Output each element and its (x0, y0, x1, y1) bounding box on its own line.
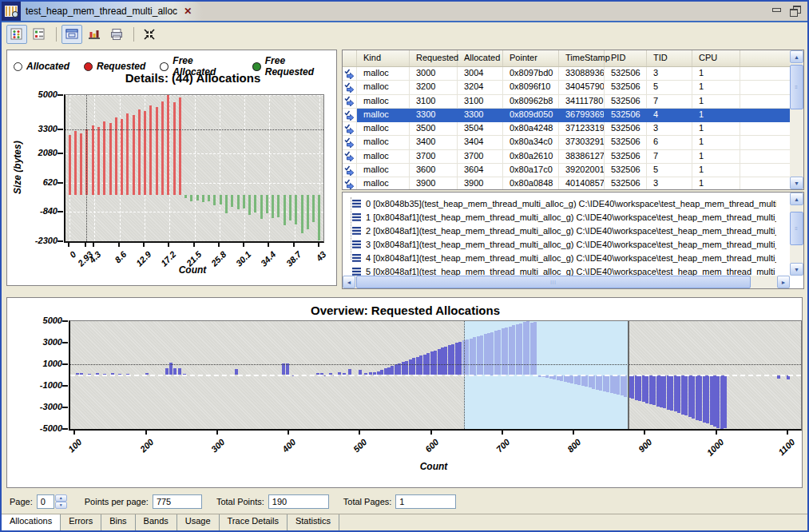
points-per-page-input[interactable] (153, 494, 202, 509)
layout-grid-button[interactable] (6, 25, 27, 44)
trace-list-item[interactable]: 3 [0x8048af1](test_heap_mem_thread_multi… (343, 237, 776, 251)
table-vertical-scrollbar[interactable]: ▲ ≡ ▼ (790, 50, 803, 189)
tab-bands[interactable]: Bands (135, 514, 177, 531)
details-y-axis-label: Size (bytes) (12, 94, 23, 240)
allocation-bar (109, 123, 112, 195)
allocation-bar (307, 195, 309, 229)
table-cell-requested: 3400 (410, 136, 458, 149)
tab-statistics[interactable]: Statistics (287, 514, 339, 531)
allocation-bar (248, 195, 251, 215)
table-cell-allocated: 3004 (458, 67, 503, 81)
page-input[interactable] (37, 494, 54, 509)
allocation-bar (69, 135, 71, 195)
column-header-kind[interactable]: Kind (357, 50, 410, 66)
table-row[interactable]: malloc330033000x809d0503679936953250641 (343, 109, 790, 122)
y-tick-label: -2300 (21, 236, 58, 245)
layout-list-button[interactable] (29, 25, 50, 44)
table-cell-cpu: 1 (692, 164, 740, 177)
tab-trace-details[interactable]: Trace Details (219, 514, 288, 531)
tab-bins[interactable]: Bins (101, 514, 135, 531)
table-row[interactable]: malloc340034040x80a34c03730329153250661 (343, 136, 790, 149)
allocation-bar (97, 127, 100, 195)
column-header-tid[interactable]: TID (647, 50, 692, 66)
table-cell-pointer: 0x80a0848 (503, 177, 559, 189)
table-cell-filler (740, 81, 790, 94)
editor-tab[interactable]: test_heap_mem_thread_multi_alloc ✕ (2, 2, 203, 21)
table-cell-filler (740, 122, 790, 136)
trace-list-panel: 0 [0x8048b35](test_heap_mem_thread_multi… (342, 192, 804, 289)
trace-list-item[interactable]: 0 [0x8048b35](test_heap_mem_thread_multi… (343, 197, 776, 210)
column-header-cpu[interactable]: CPU (692, 50, 740, 66)
print-button[interactable] (106, 25, 127, 44)
trace-vertical-scrollbar[interactable]: ▲ ≡ ▼ (790, 193, 803, 276)
table-row[interactable]: malloc350035040x80a42483712331953250631 (343, 122, 790, 136)
allocation-bar (318, 195, 320, 240)
column-header-requested[interactable]: Requested (410, 50, 458, 66)
trace-list-item[interactable]: 5 [0x8048af1](test_heap_mem_thread_multi… (343, 264, 776, 276)
y-tick-label: -3000 (26, 402, 62, 411)
restore-icon[interactable] (790, 6, 801, 15)
table-row[interactable]: malloc370037000x80a26103838612753250671 (343, 150, 790, 164)
minimize-icon[interactable] (771, 6, 782, 14)
table-cell-tid: 7 (647, 150, 692, 164)
overview-bar (560, 375, 563, 382)
scroll-down-icon[interactable]: ▼ (790, 177, 803, 189)
overview-bar (663, 375, 666, 409)
details-plot-area[interactable] (64, 94, 324, 243)
table-cell-requested: 3100 (410, 95, 458, 109)
scroll-down-icon[interactable]: ▼ (790, 263, 803, 276)
spin-down-icon[interactable]: ▼ (55, 502, 67, 509)
column-header-timestamp[interactable]: TimeStamp (559, 50, 605, 66)
overview-bar (638, 375, 641, 401)
scroll-right-icon[interactable]: ► (777, 276, 790, 288)
table-cell-timestamp: 39202001 (559, 164, 605, 177)
table-row[interactable]: malloc390039000x80a08484014085753250631 (343, 177, 790, 189)
overview-bar (567, 375, 570, 383)
allocation-bar (92, 125, 94, 196)
column-header-allocated[interactable]: Allocated (458, 50, 503, 66)
trace-vscroll-thumb[interactable]: ≡ (790, 212, 803, 245)
overview-bar (624, 375, 627, 397)
overview-bar (502, 328, 505, 375)
overview-bar (526, 321, 529, 375)
title-bar: test_heap_mem_thread_multi_alloc ✕ (2, 2, 807, 21)
scroll-left-icon[interactable]: ◄ (343, 276, 355, 288)
overview-bar (516, 324, 519, 375)
table-row[interactable]: malloc300030040x8097bd03308893653250631 (343, 67, 790, 81)
table-row[interactable]: malloc360036040x80a17c03920200153250651 (343, 164, 790, 177)
selection-right-edge[interactable] (628, 321, 629, 429)
y-tick-mark (62, 320, 68, 322)
overview-plot-area[interactable] (69, 320, 802, 431)
tab-usage[interactable]: Usage (176, 514, 220, 531)
close-icon[interactable]: ✕ (184, 6, 192, 17)
toolbar-separator (133, 27, 134, 42)
trace-list-item[interactable]: 2 [0x8048af1](test_heap_mem_thread_multi… (343, 224, 776, 237)
trace-horizontal-scrollbar[interactable]: ◄ ► ||| (343, 276, 790, 288)
allocation-bar (266, 195, 268, 213)
table-cell-pointer: 0x80a4248 (503, 122, 559, 136)
trace-list-item[interactable]: 4 [0x8048af1](test_heap_mem_thread_multi… (343, 251, 776, 264)
tab-errors[interactable]: Errors (60, 514, 101, 531)
trace-item-text: 1 [0x8048af1](test_heap_mem_thread_multi… (366, 212, 776, 222)
fit-to-window-button[interactable] (139, 25, 160, 44)
table-cell-kind: malloc (357, 164, 410, 177)
table-cell-requested: 3300 (410, 109, 458, 122)
scroll-up-icon[interactable]: ▲ (790, 193, 803, 205)
table-scroll-thumb[interactable]: ≡ (790, 65, 803, 109)
window-view-button[interactable] (61, 25, 82, 44)
chart-view-icon (88, 28, 101, 41)
trace-hscroll-thumb[interactable]: ||| (356, 276, 751, 288)
table-header-row: KindRequestedAllocatedPointerTimeStampPI… (343, 50, 790, 67)
table-row[interactable]: malloc310031000x80962b83411178053250671 (343, 95, 790, 109)
chart-view-button[interactable] (84, 25, 105, 44)
column-header-pid[interactable]: PID (605, 50, 647, 66)
column-header-pointer[interactable]: Pointer (503, 50, 559, 66)
trace-list-item[interactable]: 1 [0x8048af1](test_heap_mem_thread_multi… (343, 210, 776, 224)
selection-left-edge[interactable] (464, 321, 465, 429)
scroll-up-icon[interactable]: ▲ (790, 50, 803, 63)
spin-up-icon[interactable]: ▲ (55, 494, 67, 502)
table-row[interactable]: malloc320032040x8096f103404579053250651 (343, 81, 790, 94)
tab-allocations[interactable]: Allocations (1, 514, 61, 531)
table-cell-timestamp: 34045790 (559, 81, 605, 94)
total-pages-value: 1 (395, 494, 456, 509)
